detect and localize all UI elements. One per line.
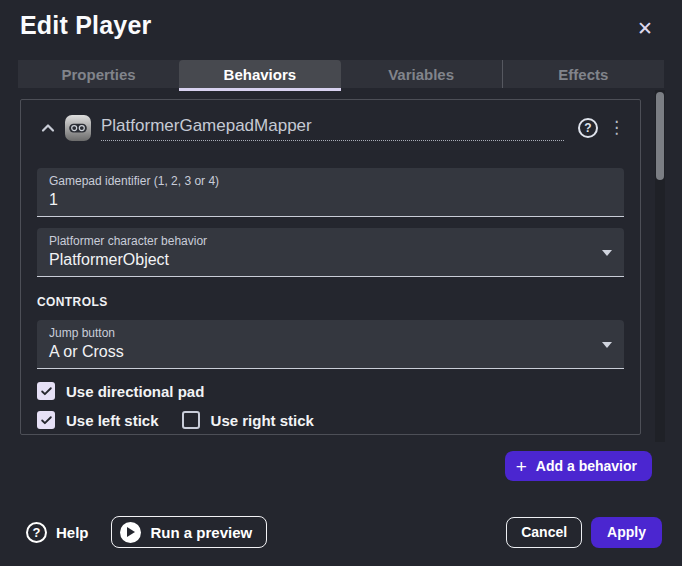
- checkbox-use-directional-pad[interactable]: Use directional pad: [37, 382, 204, 400]
- help-icon: ?: [584, 121, 591, 135]
- checkmark-icon: [40, 414, 53, 427]
- help-icon: ?: [26, 522, 47, 543]
- checkbox-unchecked[interactable]: [182, 411, 200, 429]
- close-button[interactable]: ✕: [632, 15, 658, 41]
- checkmark-icon: [40, 385, 53, 398]
- chevron-down-icon: [602, 250, 612, 256]
- platformer-behavior-select[interactable]: Platformer character behavior Platformer…: [37, 228, 624, 277]
- checkbox-checked[interactable]: [37, 411, 55, 429]
- close-icon: ✕: [637, 17, 653, 40]
- behavior-card-header: PlatformerGamepadMapper ? ⋮: [21, 100, 640, 142]
- help-button[interactable]: ? Help: [20, 522, 95, 543]
- tab-behaviors[interactable]: Behaviors: [179, 60, 340, 88]
- edit-player-dialog: Edit Player ✕ Properties Behaviors Varia…: [0, 0, 682, 566]
- tab-variables[interactable]: Variables: [341, 60, 502, 88]
- apply-button[interactable]: Apply: [591, 517, 662, 548]
- checkbox-label: Use left stick: [66, 412, 159, 429]
- footer-bar: ? Help Run a preview Cancel Apply: [20, 516, 662, 548]
- scrollbar-thumb[interactable]: [656, 92, 664, 180]
- gamepad-icon: [65, 115, 91, 141]
- field-label: Gamepad identifier (1, 2, 3 or 4): [49, 174, 612, 188]
- behavior-name-field[interactable]: PlatformerGamepadMapper: [101, 116, 564, 141]
- cancel-button[interactable]: Cancel: [506, 517, 582, 548]
- field-label: Jump button: [49, 326, 612, 340]
- jump-button-select[interactable]: Jump button A or Cross: [37, 320, 624, 369]
- checkbox-label: Use directional pad: [66, 383, 204, 400]
- controls-section-title: CONTROLS: [37, 295, 624, 309]
- field-label: Platformer character behavior: [49, 234, 612, 248]
- run-preview-button[interactable]: Run a preview: [111, 516, 268, 548]
- tab-bar: Properties Behaviors Variables Effects: [18, 60, 664, 88]
- checkbox-checked[interactable]: [37, 382, 55, 400]
- checkbox-use-left-stick[interactable]: Use left stick: [37, 411, 159, 429]
- behavior-help-button[interactable]: ?: [578, 118, 598, 138]
- page-title: Edit Player: [20, 11, 151, 40]
- field-value: 1: [49, 190, 612, 209]
- checkbox-label: Use right stick: [211, 412, 314, 429]
- tab-effects[interactable]: Effects: [502, 60, 664, 88]
- gamepad-identifier-field[interactable]: Gamepad identifier (1, 2, 3 or 4) 1: [37, 168, 624, 217]
- plus-icon: +: [516, 457, 527, 476]
- checkbox-use-right-stick[interactable]: Use right stick: [182, 411, 314, 429]
- field-value: PlatformerObject: [49, 250, 612, 269]
- add-behavior-label: Add a behavior: [536, 458, 637, 474]
- tab-properties[interactable]: Properties: [18, 60, 179, 88]
- run-preview-label: Run a preview: [151, 524, 253, 541]
- play-icon: [120, 522, 141, 543]
- chevron-down-icon: [602, 342, 612, 348]
- add-behavior-button[interactable]: + Add a behavior: [505, 451, 652, 481]
- help-label: Help: [56, 524, 89, 541]
- checkbox-row: Use directional pad: [37, 382, 624, 400]
- kebab-menu-icon[interactable]: ⋮: [608, 117, 624, 139]
- checkbox-row: Use left stick Use right stick: [37, 411, 624, 429]
- field-value: A or Cross: [49, 342, 612, 361]
- chevron-up-icon: [40, 120, 56, 136]
- collapse-button[interactable]: [37, 117, 59, 139]
- behavior-card: PlatformerGamepadMapper ? ⋮ Gamepad iden…: [20, 99, 641, 435]
